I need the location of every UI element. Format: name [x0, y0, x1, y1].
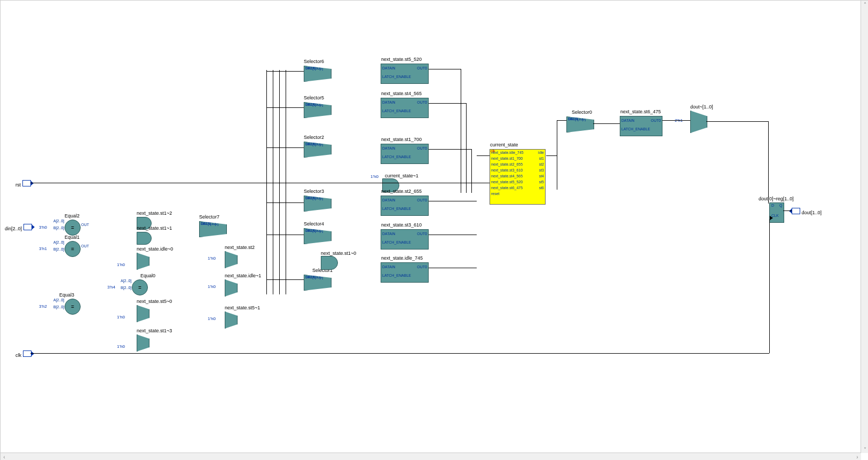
- block-equal0[interactable]: =: [132, 279, 148, 295]
- port: D: [771, 204, 774, 207]
- mux-ns-st5-0[interactable]: [137, 305, 149, 322]
- wire: [477, 155, 490, 156]
- pin-dout: dout[1..0]: [792, 208, 822, 215]
- mux-ns-st1-3[interactable]: [137, 334, 149, 352]
- wire: [286, 70, 286, 294]
- scroll-left-icon[interactable]: ‹: [1, 453, 8, 460]
- const: 3'h4: [107, 285, 115, 290]
- port-out: OUT: [81, 244, 89, 248]
- lbl: Selector3: [304, 189, 324, 194]
- port-a: A[2..0]: [53, 240, 64, 244]
- port-a: A[2..0]: [121, 279, 131, 283]
- const: 3'h0: [39, 225, 47, 230]
- latch-st2-655[interactable]: next_state.st2_655 DATAIN OUT0 LATCH_ENA…: [381, 196, 429, 216]
- wire: [769, 220, 770, 353]
- const: 1'h0: [117, 344, 125, 349]
- block-selector7[interactable]: SEL[1..0] DATA[1..0] OUT: [199, 221, 227, 237]
- wire: [266, 107, 304, 108]
- label-equal2: Equal2: [65, 213, 80, 219]
- label-equal0: Equal0: [140, 273, 155, 278]
- wire: [546, 155, 557, 156]
- wire: [266, 70, 267, 294]
- lbl: dout~[1..0]: [690, 104, 713, 110]
- port-b: B[2..0]: [53, 305, 64, 309]
- schematic-canvas[interactable]: rst din[2..0] clk dout[1..0] Equal2 = A[…: [0, 0, 868, 460]
- latch-st5-520[interactable]: next_state.st5_520 DATAIN OUT0 LATCH_ENA…: [381, 64, 429, 84]
- scroll-right-icon[interactable]: ›: [854, 453, 861, 460]
- scrollbar-vertical[interactable]: ˄ ˅: [861, 1, 868, 453]
- const: 1'h0: [370, 174, 378, 179]
- wire: [266, 202, 304, 203]
- wire: [557, 120, 566, 121]
- wire: [30, 353, 769, 354]
- latch-st3-610[interactable]: next_state.st3_610 DATAIN OUT0 LATCH_ENA…: [381, 229, 429, 250]
- label-equal1: Equal1: [65, 235, 80, 240]
- block-selector6[interactable]: SEL[6..0] DATA[6..0] OUT: [304, 66, 332, 82]
- block-equal1[interactable]: =: [65, 241, 81, 257]
- wire: [266, 147, 304, 148]
- wire: [706, 121, 768, 122]
- lbl: Selector7: [199, 214, 219, 220]
- latch-st6-475[interactable]: next_state.st6_475 DATAIN OUT0 LATCH_ENA…: [620, 116, 662, 136]
- pin-din: din[2..0]: [5, 224, 32, 231]
- lbl: Selector2: [304, 135, 324, 140]
- lbl: current_state~1: [385, 173, 419, 178]
- block-selector1[interactable]: SEL[6..0] DATA[6..0] OUT: [304, 275, 332, 291]
- latch-idle-745[interactable]: next_state.idle_745 DATAIN OUT0 LATCH_EN…: [381, 262, 429, 283]
- wire: [266, 71, 304, 72]
- wire: [429, 69, 461, 69]
- lbl: Selector6: [304, 59, 324, 64]
- pin-rst: rst: [15, 180, 31, 188]
- scroll-up-icon[interactable]: ˄: [861, 1, 868, 8]
- mux-ns-st2[interactable]: [225, 251, 238, 268]
- wire: [557, 120, 557, 190]
- block-selector3[interactable]: SEL[6..0] DATA[6..0] OUT: [304, 196, 332, 212]
- wire: [30, 183, 490, 183]
- wire: [471, 149, 472, 193]
- wire: [266, 279, 304, 280]
- wire: [783, 210, 792, 211]
- mux-ns-idle-0[interactable]: [137, 253, 149, 270]
- const: 1'h0: [117, 262, 125, 267]
- const: 3'h2: [39, 304, 47, 309]
- lbl: Selector4: [304, 221, 324, 227]
- block-selector0[interactable]: SEL[1..0] DATA[1..0] OUT: [566, 116, 594, 132]
- port-b: B[2..0]: [53, 247, 64, 251]
- block-equal3[interactable]: =: [65, 299, 81, 315]
- port-b: B[2..0]: [121, 286, 131, 290]
- block-equal2[interactable]: =: [65, 220, 81, 236]
- wire: [266, 235, 304, 235]
- scroll-down-icon[interactable]: ˅: [861, 446, 868, 453]
- latch-st1-700[interactable]: next_state.st1_700 DATAIN OUT0 LATCH_ENA…: [381, 144, 429, 164]
- state-row: next_state.st2_655st2: [490, 161, 545, 167]
- gate-ns-st1-1[interactable]: [137, 232, 152, 245]
- block-current-state[interactable]: current_state next_state.idle_745idlenex…: [490, 149, 546, 205]
- clk-port: clk: [491, 149, 495, 153]
- block-selector4[interactable]: SEL[6..0] DATA[6..0] OUT: [304, 228, 332, 244]
- wire: [429, 201, 477, 201]
- port-a: A[2..0]: [53, 219, 64, 223]
- gate-ns-st1-0[interactable]: [321, 256, 338, 270]
- wire: [273, 70, 273, 294]
- wire: [429, 268, 477, 268]
- lbl: next_state.st2: [225, 245, 255, 250]
- port-out: OUT: [81, 223, 89, 227]
- wire: [279, 70, 280, 294]
- wire: [429, 235, 477, 235]
- state-row: next_state.st6_475st6: [490, 185, 545, 191]
- const: 1'h0: [208, 256, 216, 261]
- scrollbar-horizontal[interactable]: ‹ ›: [1, 453, 861, 460]
- block-selector2[interactable]: SEL[6..0] DATA[6..0] OUT: [304, 142, 332, 158]
- port: Q: [779, 204, 782, 207]
- latch-st4-565[interactable]: next_state.st4_565 DATAIN OUT0 LATCH_ENA…: [381, 98, 429, 118]
- const: 1'h0: [208, 316, 216, 321]
- lbl: next_state.st1~0: [321, 251, 356, 256]
- mux-ns-st5-1[interactable]: [225, 311, 238, 329]
- mux-ns-idle-1[interactable]: [225, 279, 238, 297]
- port: CLK: [771, 214, 779, 217]
- wire: [466, 103, 467, 193]
- mux-dout[interactable]: [690, 111, 707, 133]
- const: 3'h1: [39, 246, 47, 251]
- state-row: next_state.st5_520st5: [490, 179, 545, 185]
- block-selector5[interactable]: SEL[6..0] DATA[6..0] OUT: [304, 102, 332, 118]
